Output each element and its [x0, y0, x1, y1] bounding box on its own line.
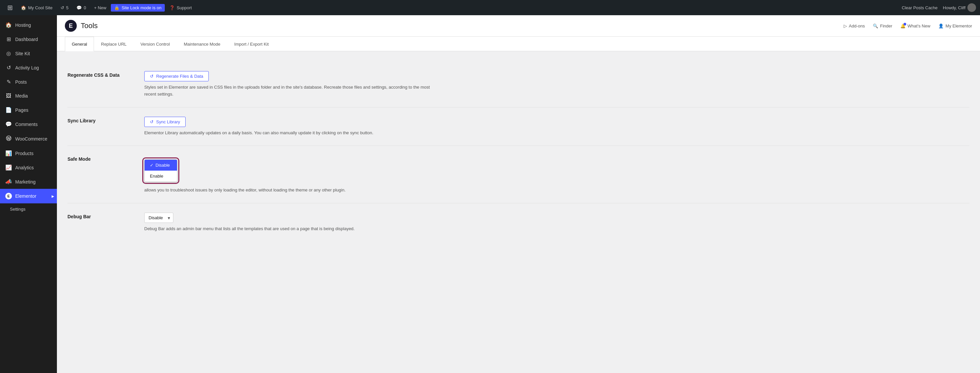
safe-mode-option-enable[interactable]: Enable	[145, 171, 177, 181]
debug-bar-control: Disable Enable Debug Bar adds an admin b…	[144, 213, 969, 232]
notification-badge	[904, 23, 906, 25]
safe-mode-dropdown-open[interactable]: ✓ Disable Enable	[144, 159, 177, 182]
sidebar-label-activity-log: Activity Log	[15, 65, 39, 70]
regenerate-row: Regenerate CSS & Data ↺ Regenerate Files…	[67, 62, 969, 108]
addons-icon: ▷	[844, 24, 847, 29]
sync-button-label: Sync Library	[156, 119, 180, 124]
debug-bar-row: Debug Bar Disable Enable Debug Bar adds …	[67, 203, 969, 242]
page-title: Tools	[81, 22, 98, 30]
checkmark-icon: ✓	[150, 163, 154, 168]
sidebar-label-elementor: Elementor	[15, 194, 37, 199]
my-elementor-link[interactable]: 👤 My Elementor	[938, 24, 972, 29]
howdy-label: Howdy, Cliff	[943, 5, 966, 10]
site-name-item[interactable]: 🏠 My Cool Site	[18, 0, 56, 15]
tab-import-export[interactable]: Import / Export Kit	[227, 37, 275, 51]
sidebar-label-posts: Posts	[15, 79, 27, 85]
pages-icon: 📄	[5, 107, 12, 113]
finder-link[interactable]: 🔍 Finder	[873, 24, 892, 29]
media-icon: 🖼	[5, 93, 12, 99]
tabs-bar: General Replace URL Version Control Main…	[57, 37, 980, 51]
sidebar-item-dashboard[interactable]: ⊞ Dashboard	[0, 32, 57, 46]
sidebar-item-woocommerce[interactable]: Ⓦ WooCommerce	[0, 131, 57, 146]
addons-link[interactable]: ▷ Add-ons	[844, 24, 865, 29]
sidebar-label-products: Products	[15, 151, 33, 156]
clear-cache-button[interactable]: Clear Posts Cache	[902, 5, 937, 10]
settings-content: Regenerate CSS & Data ↺ Regenerate Files…	[57, 51, 980, 252]
tab-replace-url[interactable]: Replace URL	[94, 37, 133, 51]
sidebar-item-settings[interactable]: Settings	[0, 203, 57, 215]
lock-icon: 🔒	[114, 5, 119, 10]
wp-logo-icon: ⊞	[7, 4, 13, 11]
comments-icon: 💬	[76, 5, 82, 10]
dashboard-icon: ⊞	[5, 36, 12, 42]
avatar	[967, 3, 976, 12]
elementor-sidebar-icon: E	[5, 193, 12, 199]
header-actions: ▷ Add-ons 🔍 Finder 🔔 What's New 👤 My	[844, 24, 972, 29]
sidebar-item-activity-log[interactable]: ↺ Activity Log	[0, 60, 57, 75]
sidebar-item-products[interactable]: 📊 Products	[0, 146, 57, 160]
revisions-count: 5	[66, 5, 68, 10]
search-icon: 🔍	[873, 24, 878, 29]
tools-header: E Tools ▷ Add-ons 🔍 Finder 🔔	[57, 15, 980, 37]
question-icon: ❓	[169, 5, 175, 10]
sidebar-item-pages[interactable]: 📄 Pages	[0, 103, 57, 117]
safe-mode-control: ✓ Disable Enable allows you to troublesh…	[144, 155, 969, 194]
my-elementor-label: My Elementor	[946, 24, 972, 29]
safe-mode-label: Safe Mode	[67, 155, 134, 162]
sync-library-control: ↺ Sync Library Elementor Library automat…	[144, 117, 969, 137]
regenerate-control: ↺ Regenerate Files & Data Styles set in …	[144, 71, 969, 98]
new-item[interactable]: + New	[91, 0, 110, 15]
safe-mode-desc: allows you to troubleshoot issues by onl…	[144, 187, 442, 194]
regen-icon: ↺	[150, 74, 154, 79]
whats-new-label: What's New	[908, 24, 931, 29]
tab-general[interactable]: General	[65, 37, 94, 51]
regenerate-label: Regenerate CSS & Data	[67, 71, 134, 78]
sidebar-label-media: Media	[15, 93, 28, 98]
sidebar-item-media[interactable]: 🖼 Media	[0, 89, 57, 103]
whats-new-link[interactable]: 🔔 What's New	[900, 24, 931, 29]
sidebar-label-dashboard: Dashboard	[15, 37, 38, 42]
sidebar-item-site-kit[interactable]: ◎ Site Kit	[0, 46, 57, 60]
sidebar-label-pages: Pages	[15, 108, 29, 113]
layout: 🏠 Hosting ⊞ Dashboard ◎ Site Kit ↺ Activ…	[0, 15, 980, 373]
revisions-icon: ↺	[60, 5, 64, 10]
comments-item[interactable]: 💬 0	[73, 0, 89, 15]
sidebar-label-site-kit: Site Kit	[15, 51, 30, 56]
regenerate-button[interactable]: ↺ Regenerate Files & Data	[144, 71, 209, 81]
comments-sidebar-icon: 💬	[5, 121, 12, 127]
wp-logo-item[interactable]: ⊞	[4, 0, 16, 15]
sidebar-label-woocommerce: WooCommerce	[15, 136, 47, 141]
site-kit-icon: ◎	[5, 50, 12, 57]
regen-button-label: Regenerate Files & Data	[156, 74, 203, 79]
sync-library-row: Sync Library ↺ Sync Library Elementor Li…	[67, 108, 969, 146]
marketing-icon: 📣	[5, 179, 12, 185]
sidebar: 🏠 Hosting ⊞ Dashboard ◎ Site Kit ↺ Activ…	[0, 15, 57, 373]
sidebar-item-marketing[interactable]: 📣 Marketing	[0, 175, 57, 189]
posts-icon: ✎	[5, 79, 12, 85]
safe-mode-option-disable[interactable]: ✓ Disable	[145, 160, 177, 171]
debug-bar-desc: Debug Bar adds an admin bar menu that li…	[144, 225, 442, 232]
home-icon: 🏠	[21, 5, 26, 10]
sidebar-item-posts[interactable]: ✎ Posts	[0, 75, 57, 89]
enable-label: Enable	[150, 174, 163, 179]
sidebar-label-settings: Settings	[10, 207, 25, 212]
site-lock-label: Site Lock mode is on	[121, 5, 161, 10]
sync-library-button[interactable]: ↺ Sync Library	[144, 117, 186, 127]
support-label: Support	[177, 5, 192, 10]
sidebar-item-analytics[interactable]: 📈 Analytics	[0, 160, 57, 175]
sidebar-item-comments[interactable]: 💬 Comments	[0, 117, 57, 131]
safe-mode-row: Safe Mode ✓ Disable Enable	[67, 146, 969, 203]
support-item[interactable]: ❓ Support	[166, 0, 195, 15]
site-lock-badge[interactable]: 🔒 Site Lock mode is on	[111, 4, 165, 11]
revisions-item[interactable]: ↺ 5	[57, 0, 72, 15]
debug-bar-select[interactable]: Disable Enable	[144, 213, 173, 223]
howdy-item[interactable]: Howdy, Cliff	[943, 3, 976, 12]
sidebar-label-comments: Comments	[15, 122, 38, 127]
user-icon: 👤	[938, 24, 943, 29]
sidebar-item-hosting[interactable]: 🏠 Hosting	[0, 18, 57, 32]
sidebar-item-elementor[interactable]: E Elementor	[0, 189, 57, 203]
comments-count: 0	[84, 5, 86, 10]
analytics-icon: 📈	[5, 164, 12, 171]
tab-maintenance-mode[interactable]: Maintenance Mode	[177, 37, 227, 51]
tab-version-control[interactable]: Version Control	[134, 37, 177, 51]
